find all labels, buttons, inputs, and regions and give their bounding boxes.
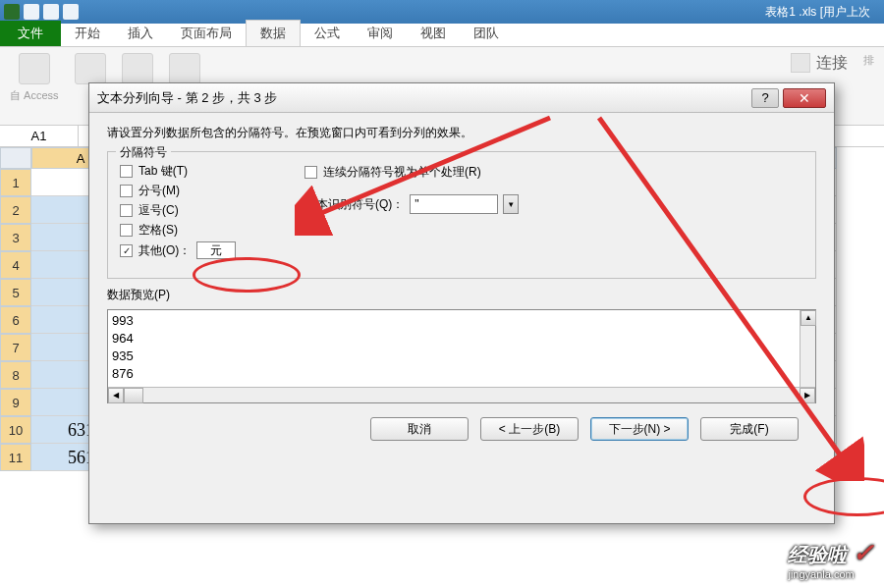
row-header[interactable]: 8 bbox=[0, 361, 31, 389]
comma-label: 逗号(C) bbox=[138, 202, 179, 219]
excel-icon bbox=[4, 4, 20, 20]
dialog-instruction: 请设置分列数据所包含的分隔符号。在预览窗口内可看到分列的效果。 bbox=[107, 125, 816, 141]
sort-label: 排 bbox=[863, 53, 874, 68]
row-header[interactable]: 4 bbox=[0, 251, 31, 279]
preview-line: 964 bbox=[112, 330, 798, 347]
connections-label: 连接 bbox=[816, 53, 848, 74]
tab-checkbox[interactable] bbox=[120, 165, 133, 178]
save-icon[interactable] bbox=[24, 4, 39, 20]
tab-formula[interactable]: 公式 bbox=[301, 21, 354, 46]
row-header[interactable]: 5 bbox=[0, 279, 31, 306]
scroll-left-icon[interactable]: ◀ bbox=[108, 388, 124, 403]
tab-team[interactable]: 团队 bbox=[460, 21, 513, 46]
row-header[interactable]: 1 bbox=[0, 169, 31, 196]
row-header[interactable]: 3 bbox=[0, 224, 31, 251]
text-qualifier-label: 文本识别符号(Q)： bbox=[304, 196, 404, 213]
tab-data[interactable]: 数据 bbox=[246, 20, 301, 46]
data-preview: 993 964 935 876 ▲ ◀ ▶ bbox=[107, 309, 816, 403]
watermark-brand: 经验啦 bbox=[788, 544, 847, 565]
tab-review[interactable]: 审阅 bbox=[354, 21, 407, 46]
cancel-button[interactable]: 取消 bbox=[370, 417, 469, 441]
space-label: 空格(S) bbox=[138, 222, 178, 239]
finish-button[interactable]: 完成(F) bbox=[700, 417, 799, 441]
text-qualifier-value: " bbox=[414, 197, 418, 211]
watermark-url: jingyanla.com bbox=[788, 568, 874, 580]
ribbon-icon bbox=[169, 53, 200, 84]
select-all[interactable] bbox=[0, 147, 31, 169]
other-label: 其他(O)： bbox=[138, 242, 191, 259]
preview-label: 数据预览(P) bbox=[107, 287, 816, 303]
other-checkbox[interactable] bbox=[120, 244, 133, 257]
undo-icon[interactable] bbox=[43, 4, 59, 20]
vertical-scrollbar[interactable]: ▲ bbox=[800, 310, 815, 387]
scroll-up-icon[interactable]: ▲ bbox=[801, 310, 816, 326]
help-button[interactable]: ? bbox=[751, 88, 779, 108]
name-box[interactable]: A1 bbox=[0, 126, 79, 146]
delimiters-legend: 分隔符号 bbox=[116, 144, 171, 161]
horizontal-scrollbar[interactable]: ◀ ▶ bbox=[108, 387, 815, 402]
window-title: 表格1 .xls [用户上次 bbox=[79, 4, 880, 21]
text-qualifier-select[interactable]: " bbox=[410, 194, 498, 214]
preview-line: 876 bbox=[112, 365, 798, 383]
ribbon-group-sort[interactable]: 排 bbox=[863, 53, 874, 119]
row-header[interactable]: 2 bbox=[0, 196, 31, 224]
ribbon-group-access[interactable]: 自 Access bbox=[10, 53, 59, 119]
delimiters-fieldset: 分隔符号 Tab 键(T) 分号(M) 逗号(C) 空格(S) 其他(O)： 元… bbox=[107, 151, 816, 279]
ribbon-tabs: 文件 开始 插入 页面布局 数据 公式 审阅 视图 团队 bbox=[0, 24, 884, 47]
watermark: 经验啦 ✓ jingyanla.com bbox=[788, 538, 874, 580]
tab-label: Tab 键(T) bbox=[138, 163, 188, 180]
quick-access-toolbar bbox=[4, 4, 79, 20]
connections-icon bbox=[791, 53, 810, 73]
scroll-thumb[interactable] bbox=[124, 388, 143, 403]
row-header[interactable]: 10 bbox=[0, 416, 31, 444]
text-to-columns-dialog: 文本分列向导 - 第 2 步，共 3 步 ? ✕ 请设置分列数据所包含的分隔符号… bbox=[88, 82, 835, 524]
tab-file[interactable]: 文件 bbox=[0, 21, 61, 46]
check-icon: ✓ bbox=[853, 538, 874, 567]
semicolon-checkbox[interactable] bbox=[120, 185, 133, 197]
tab-insert[interactable]: 插入 bbox=[114, 21, 167, 46]
redo-icon[interactable] bbox=[63, 4, 79, 20]
row-header[interactable]: 6 bbox=[0, 306, 31, 334]
from-access-icon bbox=[19, 53, 50, 84]
tab-view[interactable]: 视图 bbox=[407, 21, 460, 46]
chevron-down-icon[interactable]: ▼ bbox=[503, 194, 519, 214]
consecutive-checkbox[interactable] bbox=[304, 166, 317, 179]
semicolon-label: 分号(M) bbox=[138, 183, 180, 199]
dialog-buttons: 取消 < 上一步(B) 下一步(N) > 完成(F) bbox=[107, 403, 816, 441]
next-button[interactable]: 下一步(N) > bbox=[590, 417, 689, 441]
row-headers: 1 2 3 4 5 6 7 8 9 10 11 bbox=[0, 147, 31, 471]
row-header[interactable]: 7 bbox=[0, 334, 31, 361]
preview-content: 993 964 935 876 bbox=[112, 312, 798, 385]
ribbon-icon bbox=[75, 53, 106, 84]
dialog-titlebar[interactable]: 文本分列向导 - 第 2 步，共 3 步 ? ✕ bbox=[89, 83, 834, 113]
tab-home[interactable]: 开始 bbox=[61, 21, 114, 46]
from-access-label: 自 Access bbox=[10, 88, 59, 103]
consecutive-label: 连续分隔符号视为单个处理(R) bbox=[323, 164, 481, 181]
scroll-track[interactable] bbox=[143, 388, 800, 402]
row-header[interactable]: 9 bbox=[0, 389, 31, 416]
scroll-right-icon[interactable]: ▶ bbox=[800, 388, 815, 403]
tab-layout[interactable]: 页面布局 bbox=[167, 21, 246, 46]
comma-checkbox[interactable] bbox=[120, 204, 133, 217]
dialog-body: 请设置分列数据所包含的分隔符号。在预览窗口内可看到分列的效果。 分隔符号 Tab… bbox=[89, 113, 834, 453]
ribbon-icon bbox=[122, 53, 153, 84]
space-checkbox[interactable] bbox=[120, 224, 133, 237]
back-button[interactable]: < 上一步(B) bbox=[480, 417, 579, 441]
preview-line: 935 bbox=[112, 347, 798, 365]
row-header[interactable]: 11 bbox=[0, 444, 31, 471]
preview-line: 993 bbox=[112, 312, 798, 330]
other-delimiter-input[interactable]: 元 bbox=[196, 241, 236, 259]
dialog-title: 文本分列向导 - 第 2 步，共 3 步 bbox=[97, 89, 751, 107]
close-button[interactable]: ✕ bbox=[783, 88, 826, 108]
